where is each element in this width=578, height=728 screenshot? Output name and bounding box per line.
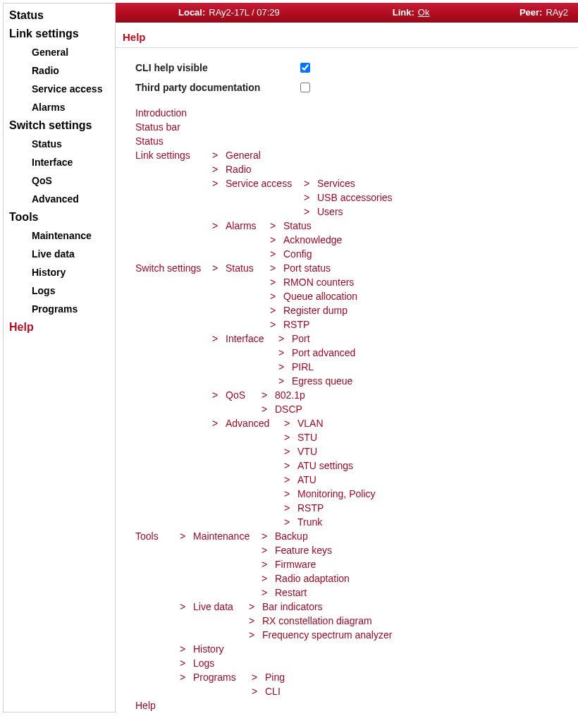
chevron-right-icon: >: [210, 150, 220, 161]
tree-row: >CLI: [135, 684, 578, 698]
tree-link[interactable]: Queue allocation: [283, 291, 357, 302]
tree-link[interactable]: Status: [226, 262, 254, 274]
chevron-right-icon: >: [178, 530, 187, 542]
tree-link[interactable]: VTU: [297, 446, 317, 457]
sidebar-item-help[interactable]: Help: [4, 318, 115, 336]
tree-link[interactable]: Config: [283, 248, 312, 260]
tree-link[interactable]: Switch settings: [135, 262, 201, 274]
tree-link[interactable]: General: [226, 150, 261, 161]
tree-link[interactable]: Programs: [193, 672, 236, 683]
tree-link[interactable]: ATU: [297, 474, 316, 485]
tree-link[interactable]: Radio adaptation: [275, 573, 350, 584]
chevron-right-icon: >: [268, 305, 278, 316]
tree-link[interactable]: Egress queue: [292, 375, 352, 387]
tree-link[interactable]: Bar indicators: [262, 601, 323, 612]
tree-link[interactable]: Services: [317, 178, 355, 189]
cli-help-checkbox[interactable]: [300, 63, 310, 73]
tree-link[interactable]: Advanced: [226, 418, 269, 429]
tree-row: >Firmware: [135, 557, 578, 571]
tree-link[interactable]: Monitoring, Policy: [297, 488, 376, 499]
tree-link[interactable]: PIRL: [292, 361, 314, 372]
tree-link[interactable]: Live data: [193, 601, 233, 612]
tree-row: >USB accessories: [135, 190, 578, 205]
tree-link[interactable]: Register dump: [283, 305, 348, 316]
tree-link[interactable]: Port advanced: [292, 347, 355, 358]
third-party-checkbox[interactable]: [300, 83, 310, 92]
sidebar-item-programs[interactable]: Programs: [4, 300, 115, 318]
sidebar-item-alarms[interactable]: Alarms: [4, 98, 115, 116]
tree-link[interactable]: Logs: [193, 657, 214, 669]
tree-link[interactable]: STU: [297, 432, 317, 443]
chevron-right-icon: [210, 502, 220, 514]
tree-link[interactable]: Alarms: [226, 220, 257, 231]
tree-link[interactable]: Status bar: [135, 121, 180, 133]
tree-link[interactable]: CLI: [265, 686, 281, 697]
tree-link[interactable]: RSTP: [297, 502, 324, 514]
tree-row: >RSTP: [135, 501, 578, 515]
tree-link[interactable]: ATU settings: [297, 460, 353, 471]
status-local-label: Local:: [178, 7, 205, 18]
tree-link[interactable]: Trunk: [297, 516, 322, 528]
chevron-right-icon: [210, 277, 220, 288]
tree-link[interactable]: History: [193, 643, 224, 655]
sidebar-item-maintenance[interactable]: Maintenance: [4, 226, 115, 245]
sidebar-section-tools[interactable]: Tools: [4, 208, 115, 226]
status-link-value[interactable]: Ok: [418, 7, 430, 18]
tree-link[interactable]: Link settings: [135, 150, 190, 161]
chevron-right-icon: [210, 361, 220, 372]
sidebar-item-status[interactable]: Status: [4, 135, 115, 153]
chevron-right-icon: >: [282, 418, 292, 429]
tree-link[interactable]: Restart: [275, 587, 307, 598]
tree-row: >VTU: [135, 444, 578, 459]
tree-link[interactable]: Radio: [226, 164, 252, 175]
sidebar-section-status[interactable]: Status: [4, 6, 115, 25]
tree-row: Switch settings>Status>Port status: [135, 261, 578, 275]
sidebar-item-live-data[interactable]: Live data: [4, 245, 115, 263]
tree-link[interactable]: Interface: [226, 333, 264, 344]
sidebar-item-radio[interactable]: Radio: [4, 61, 115, 80]
chevron-right-icon: [210, 446, 220, 457]
tree-link[interactable]: Backup: [275, 530, 308, 542]
tree-link[interactable]: DSCP: [275, 404, 302, 415]
sidebar-item-advanced[interactable]: Advanced: [4, 190, 115, 208]
sidebar-item-interface[interactable]: Interface: [4, 153, 115, 171]
chevron-right-icon: >: [276, 361, 286, 372]
tree-link[interactable]: 802.1p: [275, 389, 305, 401]
sidebar-item-qos[interactable]: QoS: [4, 171, 115, 190]
tree-link[interactable]: RMON counters: [283, 277, 354, 288]
sidebar-item-service-access[interactable]: Service access: [4, 80, 115, 98]
tree-link[interactable]: Users: [317, 206, 343, 217]
third-party-row: Third party documentation: [135, 78, 578, 97]
status-local: Local: RAy2-17L / 07:29: [178, 7, 280, 18]
tree-link[interactable]: Firmware: [275, 559, 316, 570]
tree-link[interactable]: Ping: [265, 672, 285, 683]
tree-link[interactable]: Port status: [283, 262, 331, 274]
tree-link[interactable]: USB accessories: [317, 192, 393, 203]
tree-row: >PIRL: [135, 360, 578, 374]
tree-link[interactable]: Frequency spectrum analyzer: [262, 629, 392, 641]
tree-link[interactable]: Maintenance: [193, 530, 250, 542]
sidebar-item-history[interactable]: History: [4, 263, 115, 281]
tree-link[interactable]: Acknowledge: [283, 234, 342, 245]
sidebar-item-general[interactable]: General: [4, 43, 115, 61]
tree-link[interactable]: RSTP: [283, 319, 309, 330]
sidebar-section-link-settings[interactable]: Link settings: [4, 25, 115, 43]
help-tree: IntroductionStatus barStatusLink setting…: [135, 97, 578, 712]
tree-link[interactable]: Help: [135, 700, 156, 711]
tree-link[interactable]: VLAN: [297, 418, 324, 429]
sidebar-section-switch-settings[interactable]: Switch settings: [4, 116, 115, 135]
tree-link[interactable]: Status: [283, 220, 312, 231]
tree-link[interactable]: Service access: [226, 178, 292, 189]
sidebar-item-logs[interactable]: Logs: [4, 281, 115, 300]
status-bar: Local: RAy2-17L / 07:29 Link: Ok Peer: R…: [116, 3, 578, 23]
cli-help-row: CLI help visible: [135, 58, 578, 78]
tree-link[interactable]: Tools: [135, 530, 159, 542]
tree-link[interactable]: Port: [292, 333, 310, 344]
tree-link[interactable]: Feature keys: [275, 545, 332, 556]
chevron-right-icon: [210, 347, 220, 358]
tree-link[interactable]: RX constellation diagram: [262, 615, 372, 626]
tree-link[interactable]: QoS: [226, 389, 245, 401]
tree-link[interactable]: Status: [135, 135, 164, 147]
tree-link[interactable]: Introduction: [135, 107, 187, 119]
tree-row: Status: [135, 134, 578, 148]
